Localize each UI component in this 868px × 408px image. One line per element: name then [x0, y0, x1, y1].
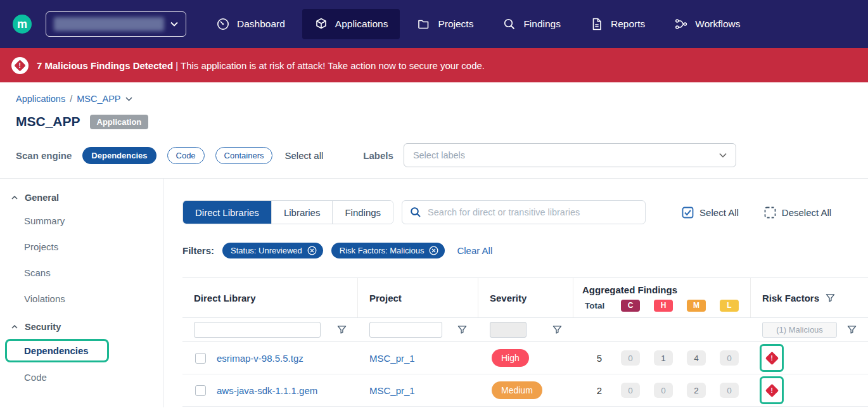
medium-count: 2 — [687, 383, 706, 398]
breadcrumb-current[interactable]: MSC_APP — [77, 94, 120, 104]
risk-factors-filter-value[interactable]: (1) Malicious — [762, 322, 837, 338]
chevron-down-icon[interactable] — [125, 97, 132, 101]
tab-findings[interactable]: Findings — [333, 201, 393, 224]
library-search-input[interactable] — [428, 207, 637, 217]
project-link[interactable]: MSC_pr_1 — [369, 385, 415, 396]
annotation-highlight-box: ! — [760, 344, 784, 372]
breadcrumb-applications-link[interactable]: Applications — [16, 94, 65, 104]
application-type-badge: Application — [90, 115, 149, 129]
nav-label: Findings — [523, 18, 561, 30]
labels-select[interactable] — [404, 143, 736, 167]
reports-icon — [590, 17, 604, 31]
section-title: General — [25, 193, 59, 203]
direct-libraries-table: Direct Library Project Severity Aggregat… — [182, 277, 868, 407]
table-row: esrimap-v-98.5.5.tgz MSC_pr_1 High 5 0 1… — [182, 342, 868, 374]
library-link[interactable]: esrimap-v-98.5.5.tgz — [217, 353, 303, 364]
mend-logo: m — [13, 15, 32, 34]
remove-filter-icon[interactable] — [307, 246, 317, 255]
low-count: 0 — [720, 350, 739, 366]
project-filter-icon[interactable] — [457, 325, 467, 335]
low-badge: L — [720, 300, 739, 312]
malicious-risk-icon[interactable]: ! — [765, 383, 778, 397]
project-link[interactable]: MSC_pr_1 — [369, 353, 415, 364]
sidebar-item-scans[interactable]: Scans — [0, 260, 163, 286]
nav-item-projects[interactable]: Projects — [405, 9, 485, 39]
deselect-all-button[interactable]: Deselect All — [764, 207, 831, 219]
critical-count: 0 — [621, 383, 640, 398]
severity-badge: Medium — [492, 381, 542, 399]
sidebar-section-general[interactable]: General — [0, 188, 163, 208]
nav-label: Reports — [611, 18, 645, 30]
row-checkbox[interactable] — [195, 385, 206, 396]
library-link[interactable]: aws-java-sdk-1.1.1.gem — [217, 385, 317, 396]
alert-separator: | — [176, 60, 178, 71]
clear-all-filters-link[interactable]: Clear All — [457, 245, 492, 256]
nav-item-workflows[interactable]: Workflows — [662, 9, 752, 39]
org-name-redacted — [54, 17, 164, 31]
direct-library-filter-input[interactable] — [194, 322, 321, 338]
remove-filter-icon[interactable] — [429, 246, 438, 255]
select-all-button[interactable]: Select All — [682, 207, 739, 219]
row-checkbox[interactable] — [195, 353, 206, 364]
checkbox-dashed-icon — [764, 207, 776, 219]
scan-engine-pill-code[interactable]: Code — [167, 147, 205, 164]
scan-engine-select-all-link[interactable]: Select all — [284, 150, 323, 161]
critical-badge: C — [621, 300, 640, 312]
annotation-highlight-box: ! — [760, 376, 784, 404]
nav-item-findings[interactable]: Findings — [490, 9, 573, 39]
nav-item-dashboard[interactable]: Dashboard — [204, 9, 297, 39]
direct-library-filter-icon[interactable] — [337, 325, 347, 335]
select-all-label: Select All — [699, 207, 739, 218]
org-selector-dropdown[interactable] — [46, 11, 186, 37]
severity-badge: High — [492, 349, 529, 367]
chevron-down-icon — [719, 153, 727, 158]
page-header: Applications / MSC_APP MSC_APP Applicati… — [0, 82, 868, 178]
sidebar-item-violations[interactable]: Violations — [0, 286, 163, 312]
applications-icon — [314, 17, 328, 31]
nav-item-reports[interactable]: Reports — [578, 9, 657, 39]
top-navbar: m Dashboard Applications Pro — [0, 0, 868, 48]
section-title: Security — [25, 322, 61, 332]
high-badge: H — [654, 300, 673, 312]
dashboard-icon — [216, 17, 230, 31]
chevron-up-icon — [11, 325, 18, 329]
sidebar-item-dependencies[interactable]: Dependencies — [5, 339, 109, 362]
column-header-risk-factors: Risk Factors — [751, 278, 868, 317]
filter-chip-status-unreviewed[interactable]: Status: Unreviewed — [222, 243, 323, 258]
high-count: 1 — [654, 350, 673, 366]
sidebar-item-code[interactable]: Code — [0, 364, 163, 390]
alert-message: This application is at risk of attack! T… — [181, 60, 485, 71]
malicious-risk-icon[interactable]: ! — [765, 351, 778, 364]
risk-factors-filter-icon[interactable] — [847, 325, 857, 335]
filter-chip-risk-malicious[interactable]: Risk Factors: Malicious — [331, 243, 445, 258]
column-header-project: Project — [358, 278, 478, 317]
sidebar-item-summary[interactable]: Summary — [0, 208, 163, 234]
alert-title: 7 Malicious Findings Detected — [37, 60, 173, 71]
nav-label: Projects — [438, 18, 473, 30]
sidebar-item-projects[interactable]: Projects — [0, 234, 163, 260]
checkbox-checked-icon — [682, 207, 694, 219]
total-sub-header: Total — [585, 301, 614, 310]
sidebar-section-security[interactable]: Security — [0, 317, 163, 337]
nav-item-applications[interactable]: Applications — [302, 9, 400, 39]
breadcrumb: Applications / MSC_APP — [16, 93, 852, 105]
chip-label: Status: Unreviewed — [231, 246, 302, 255]
deselect-all-label: Deselect All — [782, 207, 831, 218]
table-header-row: Direct Library Project Severity Aggregat… — [182, 278, 868, 318]
medium-badge: M — [687, 300, 706, 312]
project-filter-input[interactable] — [369, 322, 442, 338]
severity-filter-input — [490, 322, 527, 338]
high-count: 0 — [654, 383, 673, 398]
workflows-icon — [674, 17, 688, 31]
scan-engine-pill-containers[interactable]: Containers — [215, 147, 273, 164]
filters-label: Filters: — [182, 245, 214, 256]
tab-libraries[interactable]: Libraries — [272, 201, 333, 224]
table-filter-row: (1) Malicious — [182, 318, 868, 342]
risk-factors-filter-icon[interactable] — [826, 293, 835, 303]
scan-engine-pill-dependencies[interactable]: Dependencies — [82, 147, 156, 164]
labels-select-input[interactable] — [413, 150, 714, 160]
library-search[interactable] — [402, 200, 646, 224]
tab-direct-libraries[interactable]: Direct Libraries — [183, 201, 272, 224]
severity-filter-icon[interactable] — [552, 325, 562, 335]
projects-icon — [417, 17, 431, 31]
